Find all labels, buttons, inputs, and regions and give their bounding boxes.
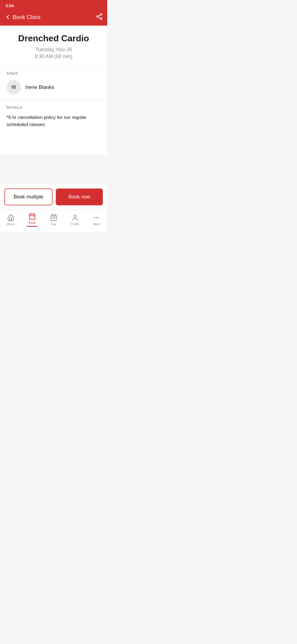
staff-label: STAFF <box>7 72 101 76</box>
nav-bar: Book Class <box>0 10 107 26</box>
status-bar: 3:54 <box>0 0 107 10</box>
tab-home-label: Home <box>7 222 15 226</box>
tab-active-indicator <box>27 226 38 227</box>
details-label: DETAILS <box>7 106 101 110</box>
profile-icon <box>72 214 79 221</box>
class-title: Drenched Cardio <box>6 33 102 43</box>
svg-line-4 <box>98 15 100 16</box>
staff-row: IB Irene Blanks <box>7 80 101 94</box>
tab-profile-label: Profile <box>71 222 79 226</box>
staff-avatar: IB <box>7 80 21 94</box>
svg-rect-5 <box>29 214 35 219</box>
book-multiple-button[interactable]: Book multiple <box>4 189 53 205</box>
buy-icon <box>50 214 57 221</box>
tab-home[interactable]: Home <box>0 214 21 226</box>
share-button[interactable] <box>96 13 103 21</box>
tab-more-label: More <box>93 222 100 226</box>
details-text: *6 hr cancellation policy for our regula… <box>7 114 101 128</box>
tab-more[interactable]: More <box>86 214 107 226</box>
status-time: 3:54 <box>6 3 14 8</box>
back-arrow-icon <box>4 14 11 20</box>
nav-title: Book Class <box>13 14 40 20</box>
action-buttons: Book multiple Book now <box>0 184 107 210</box>
staff-section: STAFF IB Irene Blanks <box>0 66 107 100</box>
tab-profile[interactable]: Profile <box>64 214 86 226</box>
svg-point-11 <box>94 217 95 218</box>
svg-point-13 <box>98 217 99 218</box>
tab-book-label: Book <box>29 221 35 224</box>
svg-point-10 <box>74 215 76 217</box>
home-icon <box>7 214 14 221</box>
back-button[interactable]: Book Class <box>4 14 40 20</box>
tab-book[interactable]: Book <box>21 213 43 227</box>
details-section: DETAILS *6 hr cancellation policy for ou… <box>0 100 107 155</box>
class-date: Tuesday, Nov 26 <box>6 47 102 53</box>
svg-line-3 <box>98 17 100 18</box>
class-time: 8:30 AM (60 min) <box>6 54 102 59</box>
more-icon <box>93 214 100 221</box>
class-header: Drenched Cardio Tuesday, Nov 26 8:30 AM … <box>0 26 107 66</box>
staff-initials: IB <box>12 84 16 90</box>
main-content: Drenched Cardio Tuesday, Nov 26 8:30 AM … <box>0 26 107 184</box>
tab-buy[interactable]: Buy <box>43 214 64 226</box>
tab-bar: Home Book Buy <box>0 210 107 232</box>
staff-name: Irene Blanks <box>25 84 54 90</box>
tab-buy-label: Buy <box>51 222 56 226</box>
svg-point-12 <box>96 217 97 218</box>
book-icon <box>29 213 36 220</box>
share-icon <box>96 13 103 20</box>
book-now-button[interactable]: Book now <box>56 189 103 205</box>
